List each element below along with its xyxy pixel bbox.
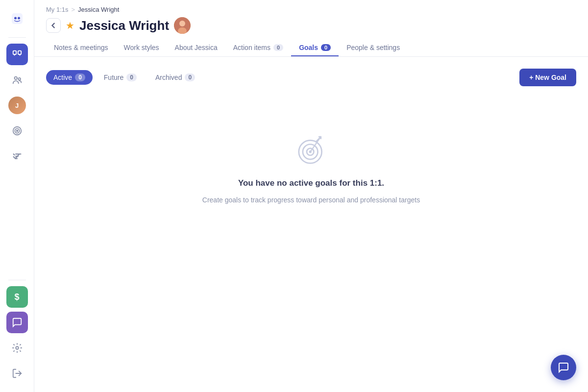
empty-state-title: You have no active goals for this 1:1. [238, 178, 384, 188]
sidebar-bottom: $ [6, 278, 28, 384]
new-goal-button[interactable]: + New Goal [519, 69, 576, 86]
svg-point-1 [14, 17, 17, 20]
favorite-star[interactable]: ★ [66, 20, 74, 31]
content-area: Active 0 Future 0 Archived 0 + New Goal [34, 57, 588, 392]
filter-tabs: Active 0 Future 0 Archived 0 [46, 70, 202, 85]
sidebar: J $ [0, 0, 34, 392]
filter-bar: Active 0 Future 0 Archived 0 + New Goal [46, 69, 576, 86]
filter-tab-active[interactable]: Active 0 [46, 70, 93, 85]
sidebar-divider-bottom [8, 280, 26, 280]
sidebar-item-logout[interactable] [6, 363, 28, 384]
tab-people-settings[interactable]: People & settings [339, 40, 408, 56]
svg-point-6 [18, 78, 21, 80]
svg-point-5 [14, 77, 17, 80]
breadcrumb: My 1:1s > Jessica Wright [46, 6, 576, 13]
sidebar-item-team[interactable] [6, 69, 28, 91]
tab-work-styles[interactable]: Work styles [116, 40, 167, 56]
chat-fab-button[interactable] [551, 355, 576, 380]
header-title-row: ★ Jessica Wright [46, 17, 576, 34]
sidebar-divider-top [8, 37, 26, 38]
tab-about-jessica[interactable]: About Jessica [167, 40, 225, 56]
svg-point-2 [18, 17, 20, 20]
svg-point-13 [16, 346, 19, 349]
page-title: Jessica Wright [79, 18, 169, 33]
svg-point-21 [309, 150, 312, 153]
breadcrumb-parent[interactable]: My 1:1s [46, 6, 69, 13]
tab-notes-meetings[interactable]: Notes & meetings [46, 40, 116, 56]
tab-goals[interactable]: Goals 0 [291, 40, 339, 56]
sidebar-item-settings[interactable] [6, 337, 28, 359]
filter-tab-future[interactable]: Future 0 [97, 70, 144, 85]
empty-state-icon [292, 131, 331, 171]
svg-point-16 [179, 21, 185, 26]
main-content: My 1:1s > Jessica Wright ★ Jessica Wrigh… [34, 0, 588, 392]
breadcrumb-separator: > [72, 6, 75, 13]
svg-point-9 [16, 130, 18, 132]
sidebar-item-goals[interactable] [6, 120, 28, 142]
sidebar-item-billing[interactable]: $ [6, 286, 28, 308]
action-items-badge: 0 [273, 44, 283, 51]
sidebar-item-one-on-one[interactable] [6, 44, 28, 65]
sidebar-item-tasks[interactable] [6, 146, 28, 167]
tab-action-items[interactable]: Action items 0 [225, 40, 291, 56]
empty-state: You have no active goals for this 1:1. C… [46, 102, 576, 223]
app-logo[interactable] [6, 8, 28, 29]
tab-nav: Notes & meetings Work styles About Jessi… [46, 40, 576, 56]
svg-rect-0 [12, 13, 23, 24]
breadcrumb-current: Jessica Wright [78, 6, 119, 13]
avatar [174, 17, 191, 34]
filter-tab-archived[interactable]: Archived 0 [148, 70, 202, 85]
back-button[interactable] [46, 18, 61, 33]
active-count: 0 [75, 74, 85, 81]
svg-rect-4 [18, 51, 21, 54]
sidebar-item-profile[interactable]: J [6, 95, 28, 116]
sidebar-item-chat-nav[interactable] [6, 312, 28, 333]
empty-state-description: Create goals to track progress toward pe… [202, 196, 420, 204]
archived-count: 0 [185, 74, 195, 81]
goals-badge: 0 [321, 44, 331, 51]
future-count: 0 [126, 74, 137, 81]
page-header: My 1:1s > Jessica Wright ★ Jessica Wrigh… [34, 0, 588, 57]
svg-rect-3 [13, 51, 16, 54]
